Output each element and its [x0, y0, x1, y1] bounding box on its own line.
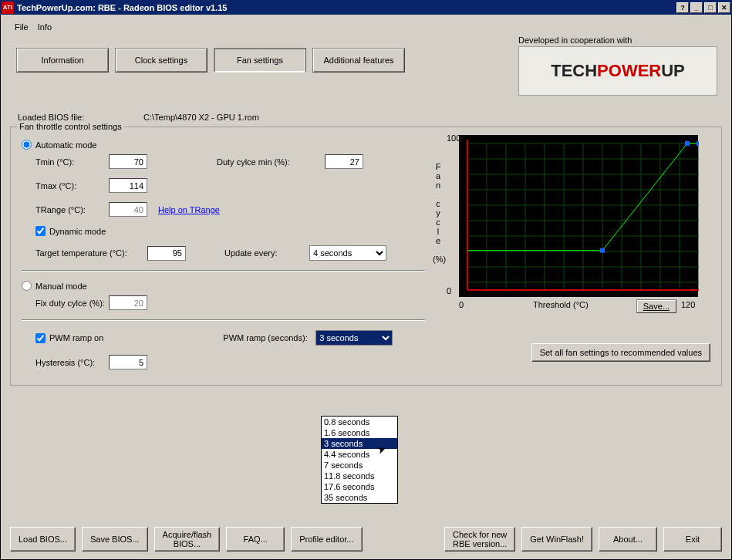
cooperation-box: Developed in cooperation with TECHPOWERU…	[518, 35, 717, 96]
target-temp-input[interactable]	[147, 246, 186, 261]
load-bios-button[interactable]: Load BIOS...	[10, 527, 76, 552]
tmin-input[interactable]	[109, 154, 147, 169]
fix-duty-input	[109, 295, 147, 310]
tmax-input[interactable]	[109, 178, 147, 193]
trange-help-link[interactable]: Help on TRange	[158, 205, 220, 214]
chart-save-button[interactable]: Save...	[636, 299, 676, 313]
window-title: TechPowerUp.com: RBE - Radeon BIOS edito…	[17, 3, 676, 12]
chart-ytick-0: 0	[447, 286, 451, 295]
pwm-ramp-select[interactable]: 3 seconds	[315, 330, 393, 346]
target-temp-label: Target temperature (°C):	[35, 248, 147, 258]
tab-fan-settings[interactable]: Fan settings	[214, 48, 306, 73]
pwm-ramp-option[interactable]: 1.6 seconds	[322, 427, 397, 438]
fan-curve-chart: F a n c y c l e (%) 100 0 0 Threshold (°…	[433, 135, 710, 297]
app-icon: ATI	[2, 2, 14, 14]
svg-rect-26	[685, 141, 690, 146]
profile-editor-button[interactable]: Profile editor...	[291, 527, 362, 552]
group-title: Fan throttle control settings	[17, 122, 124, 131]
chart-xtick-120: 120	[681, 300, 695, 309]
pwm-ramp-option[interactable]: 35 seconds	[322, 492, 397, 503]
minimize-button[interactable]: _	[690, 2, 703, 13]
close-button[interactable]: ✕	[718, 2, 730, 13]
check-version-button[interactable]: Check for new RBE version...	[444, 527, 515, 552]
pwm-ramp-option[interactable]: 11.8 seconds	[322, 471, 397, 481]
dynamic-mode-checkbox[interactable]	[35, 226, 46, 236]
pwm-ramp-on-label: PWM ramp on	[49, 333, 103, 342]
duty-min-label: Duty cylce min (%):	[217, 157, 325, 167]
menu-info[interactable]: Info	[38, 22, 52, 34]
dynamic-mode-label: Dynamic mode	[49, 227, 106, 236]
pwm-ramp-option[interactable]: 0.8 seconds	[322, 417, 397, 427]
update-every-select[interactable]: 4 seconds	[309, 245, 386, 261]
update-every-label: Update every:	[224, 248, 309, 258]
title-bar: ATI TechPowerUp.com: RBE - Radeon BIOS e…	[0, 0, 732, 15]
help-button[interactable]: ?	[676, 2, 689, 13]
tmin-label: Tmin (°C):	[35, 157, 109, 167]
svg-rect-27	[697, 141, 699, 146]
about-button[interactable]: About...	[599, 527, 657, 552]
manual-mode-radio[interactable]	[22, 281, 32, 291]
tab-additional-features[interactable]: Additional features	[312, 48, 405, 73]
trange-input	[109, 202, 147, 217]
fix-duty-label: Fix duty cylce (%):	[35, 299, 109, 308]
fan-throttle-group: Fan throttle control settings Automatic …	[10, 127, 722, 386]
acquire-flash-button[interactable]: Acquire/flash BIOS...	[154, 527, 221, 552]
hysteresis-label: Hysteresis (°C):	[35, 358, 109, 367]
loaded-bios-label: Loaded BIOS file:	[18, 113, 141, 122]
chart-x-axis-label: Threshold (°C)	[533, 300, 589, 309]
tmax-label: Tmax (°C):	[35, 181, 109, 191]
menu-file[interactable]: File	[15, 22, 29, 34]
duty-min-input[interactable]	[325, 154, 363, 169]
menu-bar: File Info	[10, 21, 722, 35]
pwm-ramp-label: PWM ramp (seconds):	[223, 333, 315, 342]
automatic-mode-radio[interactable]	[22, 140, 32, 150]
pwm-ramp-option[interactable]: 7 seconds	[322, 460, 397, 471]
pwm-ramp-on-checkbox[interactable]	[35, 333, 46, 343]
exit-button[interactable]: Exit	[663, 527, 722, 552]
bottom-button-bar: Load BIOS... Save BIOS... Acquire/flash …	[10, 527, 722, 552]
manual-mode-label: Manual mode	[35, 282, 87, 291]
chart-y-axis-label: F a n c y c l e (%)	[433, 162, 444, 264]
techpowerup-logo: TECHPOWERUP	[518, 46, 717, 96]
pwm-ramp-dropdown-list[interactable]: 0.8 seconds1.6 seconds3 seconds4.4 secon…	[321, 416, 398, 504]
loaded-bios-path: C:\Temp\4870 X2 - GPU 1.rom	[143, 113, 259, 122]
maximize-button[interactable]: □	[704, 2, 717, 13]
cooperation-label: Developed in cooperation with	[518, 35, 632, 45]
loaded-bios-row: Loaded BIOS file: C:\Temp\4870 X2 - GPU …	[18, 113, 722, 122]
save-bios-button[interactable]: Save BIOS...	[82, 527, 148, 552]
hysteresis-input[interactable]	[109, 355, 147, 369]
tab-bar: Information Clock settings Fan settings …	[16, 48, 411, 73]
recommended-values-button[interactable]: Set all fan settings to recommended valu…	[531, 343, 710, 362]
faq-button[interactable]: FAQ...	[226, 527, 285, 552]
chart-canvas	[459, 135, 698, 297]
automatic-mode-label: Automatic mode	[35, 140, 96, 150]
pwm-ramp-option[interactable]: 17.6 seconds	[322, 481, 397, 492]
svg-rect-25	[600, 248, 605, 253]
get-winflash-button[interactable]: Get WinFlash!	[521, 527, 592, 552]
trange-label: TRange (°C):	[35, 205, 109, 214]
chart-xtick-0: 0	[459, 300, 464, 309]
tab-information[interactable]: Information	[16, 48, 109, 73]
tab-clock-settings[interactable]: Clock settings	[115, 48, 207, 73]
